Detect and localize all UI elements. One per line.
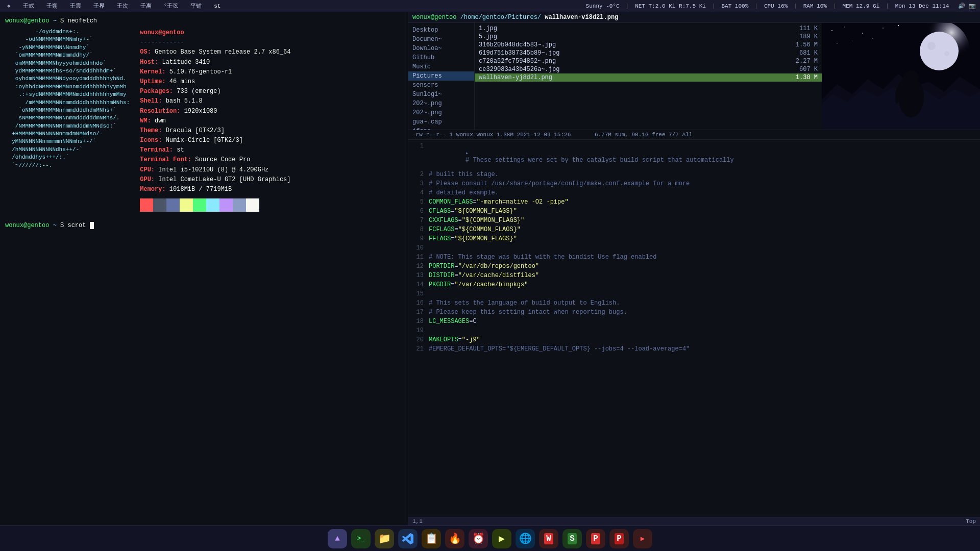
dock-browser[interactable]: 🌐 [516, 529, 535, 548]
file-row-3[interactable]: 316b20b048dc4583~.jpg 1.56 M [475, 41, 822, 49]
file-row-2[interactable]: 5.jpg 189 K [475, 33, 822, 41]
topbar-menu-6[interactable]: 壬离 [137, 1, 155, 11]
prompt-tilde-1: ~ [53, 17, 60, 24]
palette-gray [233, 198, 246, 212]
svg-point-5 [898, 24, 899, 26]
dock-terminal[interactable]: >_ [351, 529, 371, 548]
topbar-menu-5[interactable]: 壬次 [114, 1, 131, 11]
right-panel: wonux@gentoo /home/gentoo/Pictures/ wall… [408, 12, 980, 525]
code-line-5: 5 COMMON_FLAGS="-march=native -O2 -pipe" [408, 198, 980, 208]
path-user: wonux@gentoo [412, 14, 456, 21]
svg-point-1 [831, 30, 832, 31]
neo-info: wonux@gentoo ------------ OS: Gentoo Bas… [140, 28, 403, 212]
topbar-icons: 🔊 📷 [958, 3, 976, 9]
file-row-7[interactable]: wallhaven-yj8d2l.png 1.38 M [475, 73, 822, 82]
code-line-17: 17 # Please keep this setting intact whe… [408, 309, 980, 318]
ascii-art: -/oyddmdns+:. -odNMMMMMMMMMNmhy+-` -yNMM… [5, 28, 130, 212]
code-line-8: 8 FCFLAGS="${COMMON_FLAGS}" [408, 226, 980, 235]
code-line-20: 20 MAKEOPTS="-j9" [408, 336, 980, 345]
dock-timeshift[interactable]: ⏰ [469, 529, 488, 548]
dock-files[interactable]: 📁 [375, 529, 394, 548]
code-line-21: 21 #EMERGE_DEFAULT_OPTS="${EMERGE_DEFAUL… [408, 345, 980, 355]
dock-wps-present[interactable]: P [586, 529, 605, 548]
cmd-2: scrot [67, 222, 89, 229]
fs-item-desktop[interactable]: Desktop [408, 26, 474, 35]
code-line-14: 14 PKGDIR="/var/cache/binpkgs" [408, 281, 980, 290]
topbar-menu-9[interactable]: st [211, 2, 224, 10]
dock-wps-sheets[interactable]: S [562, 529, 582, 548]
dock-wps-pdf[interactable]: P [609, 529, 629, 548]
text-editor[interactable]: 1 ▸ # These settings were set by the cat… [408, 140, 980, 517]
topbar-right: Sunny -0°C | NET T:2.0 Ki R:7.5 Ki | BAT… [586, 3, 976, 9]
dock-alacritty[interactable]: ▲ [328, 529, 347, 548]
topbar-menu-7[interactable]: °壬弦 [161, 1, 182, 11]
fs-item-202-1[interactable]: 202~.png [408, 99, 474, 108]
file-row-5[interactable]: c720a52fc7594852~.png 2.27 M [475, 57, 822, 65]
code-line-1: 1 ▸ # These settings were set by the cat… [408, 142, 980, 171]
topbar-menu-8[interactable]: 平铺 [187, 1, 205, 11]
svg-point-12 [944, 51, 949, 56]
fs-item-gua[interactable]: gua~.cap [408, 117, 474, 127]
topbar-left: ❖ 壬弎 壬朔 壬震 壬界 壬次 壬离 °壬弦 平铺 st [4, 1, 224, 11]
path-bar: wonux@gentoo /home/gentoo/Pictures/ wall… [408, 12, 980, 23]
file-row-6[interactable]: ce329083a43b4526a~.jpg 607 K [475, 65, 822, 73]
file-sidebar: Desktop Documen~ Downloa~ Github Music P… [408, 23, 475, 130]
svg-point-4 [883, 28, 884, 29]
svg-point-3 [862, 33, 863, 34]
mem-status: MEM 12.9 Gi [843, 3, 880, 9]
palette-dark [153, 198, 166, 212]
fs-item-downloads[interactable]: Downloa~ [408, 44, 474, 53]
main-area: wonux@gentoo ~ $ neofetch -/oyddmdns+:. … [0, 12, 980, 525]
code-line-9: 9 FFLAGS="${COMMON_FLAGS}" [408, 235, 980, 244]
svg-point-6 [837, 43, 837, 43]
topbar-menu-2[interactable]: 壬朔 [43, 1, 61, 11]
fs-item-sunlogi[interactable]: Sunlogi~ [408, 90, 474, 99]
dock-wps-writer[interactable]: W [539, 529, 558, 548]
net-status: NET T:2.0 Ki R:7.5 Ki [635, 3, 706, 9]
prompt-user-1: wonux@gentoo [5, 17, 49, 24]
dock-clipboard[interactable]: 📋 [422, 529, 441, 548]
color-palette [140, 198, 403, 212]
code-line-16: 16 # This sets the language of build out… [408, 299, 980, 309]
path-dir: /home/gentoo/Pictures/ [460, 14, 541, 21]
code-line-12: 12 PORTDIR="/var/db/repos/gentoo" [408, 263, 980, 272]
cursor [90, 222, 94, 229]
palette-blue [166, 198, 180, 212]
topbar-menu-1[interactable]: 壬弎 [20, 1, 37, 11]
file-list: 1.jpg 111 K 5.jpg 189 K 316b20b048dc4583… [475, 23, 822, 130]
shell-row: Shell: bash 5.1.8 [140, 96, 403, 106]
taskbar: ▲ >_ 📁 📋 🔥 ⏰ ▶ 🌐 W S P P ▶ [0, 525, 980, 551]
topbar-icon[interactable]: ❖ [4, 2, 14, 10]
file-row-4[interactable]: 619d751b387345b89~.jpg 681 K [475, 49, 822, 57]
fs-item-pictures[interactable]: Pictures [408, 71, 474, 81]
dock-flame[interactable]: 🔥 [445, 529, 464, 548]
file-permissions: -rw-r--r-- 1 wonux wonux 1.38M 2021-12-0… [412, 132, 571, 138]
palette-cyan [206, 198, 219, 212]
second-prompt: wonux@gentoo ~ $ scrot [5, 222, 403, 229]
battery-status: BAT 100% [721, 3, 748, 9]
left-panel: wonux@gentoo ~ $ neofetch -/oyddmdns+:. … [0, 12, 408, 525]
palette-yellow [180, 198, 193, 212]
topbar-menu-4[interactable]: 壬界 [90, 1, 108, 11]
fs-item-documents[interactable]: Documen~ [408, 35, 474, 44]
file-preview [822, 23, 980, 130]
prompt-user-2: wonux@gentoo [5, 222, 49, 229]
dock-vscode[interactable] [398, 529, 418, 548]
fs-item-music[interactable]: Music [408, 62, 474, 71]
weather-status: Sunny -0°C [586, 3, 620, 9]
fs-item-github[interactable]: Github [408, 53, 474, 62]
topbar-menu-3[interactable]: 壬震 [67, 1, 84, 11]
code-line-4: 4 # detailed example. [408, 189, 980, 198]
editor-position: 1,1 [412, 518, 423, 524]
dock-app-last[interactable]: ▶ [633, 529, 652, 548]
svg-point-2 [844, 27, 845, 28]
fs-item-202-2[interactable]: 202~.png [408, 108, 474, 117]
svg-point-10 [920, 32, 959, 70]
fs-item-sensors[interactable]: sensors [408, 81, 474, 90]
dock-media[interactable]: ▶ [492, 529, 511, 548]
editor-statusbar: 1,1 Top [408, 517, 980, 525]
code-line-10: 10 [408, 244, 980, 254]
code-line-7: 7 CXXFLAGS="${COMMON_FLAGS}" [408, 217, 980, 226]
file-row-1[interactable]: 1.jpg 111 K [475, 24, 822, 33]
palette-white [246, 198, 259, 212]
